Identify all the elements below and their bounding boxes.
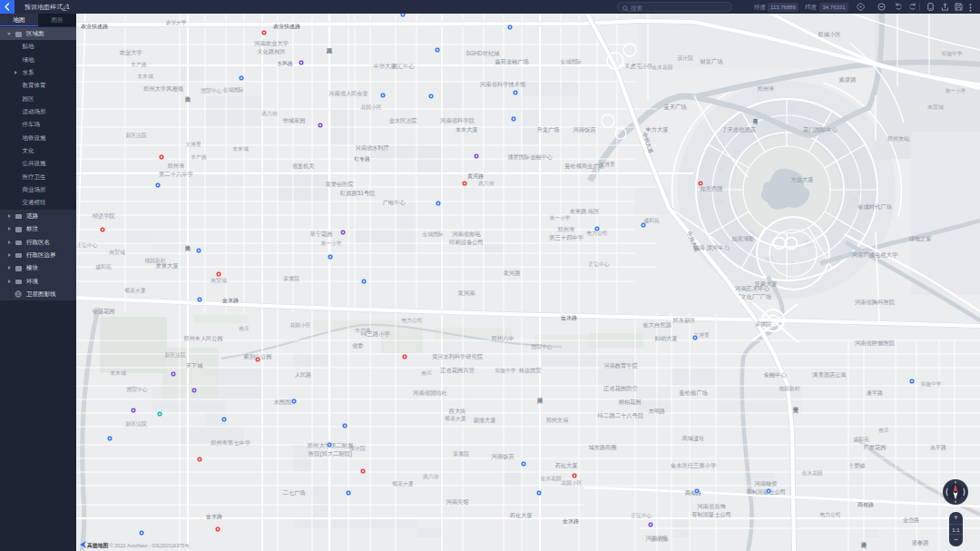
svg-text:国贸中心: 国贸中心 [126,386,147,393]
svg-text:第一小学: 第一小学 [320,241,341,246]
svg-text:燕庄: 燕庄 [239,325,250,331]
svg-text:红专路: 红专路 [354,156,370,162]
svg-text:华城家园: 华城家园 [282,117,305,124]
svg-text:设计院: 设计院 [349,445,366,452]
svg-text:红旗路51号院: 红旗路51号院 [340,190,376,197]
svg-text:商贸城: 商贸城 [927,103,944,111]
svg-text:郑州东站: 郑州东站 [887,135,910,143]
svg-text:未来路 街区: 未来路 街区 [569,208,600,215]
svg-text:盛和苑: 盛和苑 [643,217,660,224]
svg-text:财富广场: 财富广场 [700,58,722,65]
svg-text:未来城: 未来城 [232,146,249,152]
svg-text:设计院: 设计院 [677,54,693,62]
svg-text:浦发国际金融中心: 浦发国际金融中心 [507,153,553,161]
svg-text:东风路: 东风路 [277,61,293,67]
svg-text:银基大厦: 银基大厦 [123,287,145,294]
svg-text:康平路: 康平路 [867,389,884,397]
svg-text:SGHD世纪城: SGHD世纪城 [466,50,500,56]
svg-text:广发花园: 广发花园 [863,444,886,451]
svg-text:丰产路: 丰产路 [131,62,147,68]
svg-text:永平路: 永平路 [930,444,947,451]
svg-text:妇幼大厦: 妇幼大厦 [654,335,677,342]
svg-text:金水区法院: 金水区法院 [389,117,418,124]
svg-text:文化路校区: 文化路校区 [257,48,286,55]
svg-text:郑州市第七中学: 郑州市第七中学 [210,439,251,446]
svg-text:祭城小区: 祭城小区 [818,31,841,37]
svg-text:第三十四中学: 第三十四中学 [549,234,583,241]
svg-text:发展大厦: 发展大厦 [155,262,178,270]
svg-text:金盛花园: 金盛花园 [92,308,114,315]
svg-text:第一小学: 第一小学 [549,215,570,221]
svg-text:新浪大厦: 新浪大厦 [473,417,495,424]
svg-text:人民路: 人民路 [295,371,312,379]
svg-text:郑州市: 郑州市 [167,162,185,169]
svg-text:黄河南: 黄河南 [458,290,476,297]
svg-text:黄河路: 黄河路 [467,173,484,180]
svg-text:桃园新村: 桃园新村 [779,386,799,392]
svg-text:政六街: 政六街 [261,110,278,117]
svg-text:金成时代广场: 金成时代广场 [858,203,892,211]
svg-text:商都路: 商都路 [858,501,874,508]
svg-text:第二十六中学: 第二十六中学 [159,171,193,177]
svg-text:河南饭店: 河南饭店 [573,126,596,133]
svg-text:银基大厦: 银基大厦 [391,480,413,487]
svg-text:金城国际: 金城国际 [422,231,443,238]
svg-text:郑东新区: 郑东新区 [671,317,696,323]
svg-text:郑州大学风雅颂: 郑州大学风雅颂 [142,85,184,93]
svg-text:盛和苑: 盛和苑 [853,436,869,443]
svg-text:花园小区: 花园小区 [289,321,310,329]
svg-text:盛和苑: 盛和苑 [95,263,112,271]
svg-text:曼哈顿商业广场: 曼哈顿商业广场 [564,162,603,170]
svg-text:电力公司: 电力公司 [401,317,422,323]
svg-text:裕达国贸: 裕达国贸 [519,367,542,374]
svg-text:花门国际中心: 花门国际中心 [802,126,838,133]
svg-text:金融中心: 金融中心 [763,371,787,379]
svg-text:二七广场: 二七广场 [283,489,306,497]
svg-text:纬二路二十八号院: 纬二路二十八号院 [597,412,644,419]
svg-text:正弘中心: 正弘中心 [588,261,609,267]
svg-text:有制混凝土公司: 有制混凝土公司 [691,511,731,518]
svg-text:河南省肿瘤医院: 河南省肿瘤医院 [855,339,896,347]
svg-text:农业快速路: 农业快速路 [81,23,108,30]
svg-text:石化大厦: 石化大厦 [554,462,577,469]
svg-text:燕庄: 燕庄 [878,427,889,433]
svg-text:丰产路: 丰产路 [191,154,207,161]
svg-text:未来大厦: 未来大厦 [456,126,478,133]
svg-text:黄河水利科学研究院: 黄河水利科学研究院 [432,353,484,360]
svg-text:金城国际: 金城国际 [222,86,243,93]
svg-text:草宁花园: 草宁花园 [309,231,332,238]
svg-text:河南省科学技术馆: 河南省科学技术馆 [480,81,526,88]
svg-text:正道花园防空: 正道花园防空 [603,385,638,392]
svg-text:桐柏花园: 桐柏花园 [617,398,641,406]
svg-text:商贸城: 商贸城 [211,277,227,284]
svg-text:正弘中心: 正弘中心 [76,241,97,248]
svg-text:郑州文庙: 郑州文庙 [546,417,569,423]
svg-text:河南省人民会堂: 河南省人民会堂 [328,90,368,97]
svg-text:电力公司: 电力公司 [819,511,840,517]
svg-text:蓝天广场: 蓝天广场 [663,103,686,111]
svg-text:农业大学: 农业大学 [119,49,142,55]
svg-text:广电中心: 广电中心 [383,199,407,205]
svg-text:政六街: 政六街 [478,180,495,187]
svg-text:新区法院: 新区法院 [125,420,146,428]
svg-text:家属院: 家属院 [283,275,299,282]
svg-text:河南艺术中心: 河南艺术中心 [735,285,769,292]
svg-text:河南物资: 河南物资 [754,480,777,487]
svg-text:如意西路: 如意西路 [700,185,723,192]
svg-text:河南广播电视大学: 河南广播电视大学 [852,251,898,259]
svg-text:正道花园百货: 正道花园百货 [440,367,475,374]
svg-text:郑州市: 郑州市 [757,85,775,92]
svg-text:满美酒店公寓: 满美酒店公寓 [812,371,847,379]
svg-text:郑州市人民公园: 郑州市人民公园 [183,335,222,342]
svg-text:省委: 省委 [352,342,364,349]
svg-text:金水区任三票小学: 金水区任三票小学 [671,462,717,468]
svg-text:郑州六中: 郑州六中 [490,335,514,341]
svg-text:河南省首饰: 河南省首饰 [697,503,725,510]
svg-text:金大自然源: 金大自然源 [642,321,671,329]
svg-text:第一小学: 第一小学 [945,88,965,93]
svg-text:河南宾馆: 河南宾馆 [446,498,469,506]
svg-text:丰力大厦: 丰力大厦 [644,126,668,133]
svg-text:金水路: 金水路 [205,514,222,520]
svg-text:黄委会医院: 黄委会医院 [326,181,355,188]
svg-text:曼哈顿广场: 曼哈顿广场 [679,389,707,397]
